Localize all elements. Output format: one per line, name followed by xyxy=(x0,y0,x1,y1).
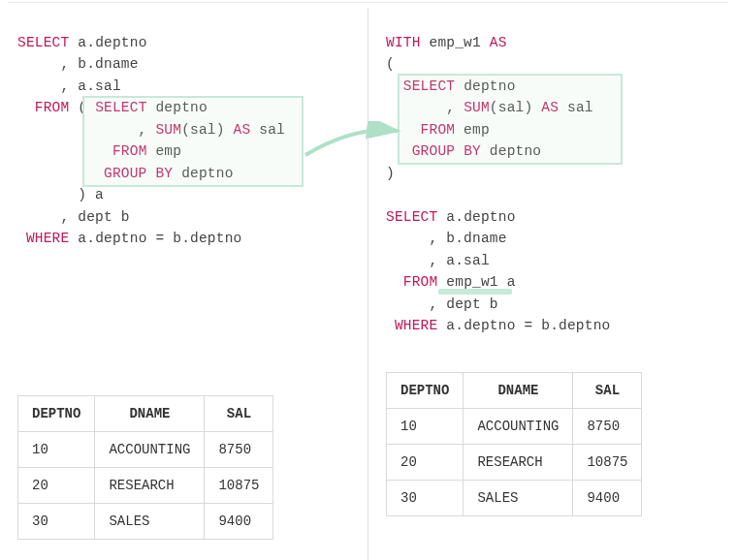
code-text xyxy=(386,318,395,333)
code-text xyxy=(17,100,35,115)
kw-from: FROM xyxy=(112,143,147,159)
kw-where: WHERE xyxy=(26,231,70,246)
code-text: , b.dname xyxy=(386,231,507,246)
kw-as: AS xyxy=(541,100,559,115)
cell: RESEARCH xyxy=(95,467,205,503)
code-text: a.deptno = b.deptno xyxy=(437,318,610,333)
code-text: ) xyxy=(386,166,395,181)
col-sal: SAL xyxy=(205,395,273,431)
code-text: , dept b xyxy=(17,209,130,225)
cell: 10875 xyxy=(205,467,273,503)
kw-select: SELECT xyxy=(386,209,437,225)
kw-from: FROM xyxy=(35,100,70,115)
code-text: emp xyxy=(455,122,490,138)
cell: ACCOUNTING xyxy=(95,431,205,467)
table-row: 30 SALES 9400 xyxy=(387,480,642,515)
code-text xyxy=(386,143,412,159)
cell: 8750 xyxy=(205,431,273,467)
table-row: 30 SALES 9400 xyxy=(18,503,273,539)
cell: 9400 xyxy=(205,503,273,539)
code-text xyxy=(386,122,421,138)
code-text: emp_w1 xyxy=(421,35,490,50)
kw-select: SELECT xyxy=(403,78,455,94)
col-deptno: DEPTNO xyxy=(18,395,95,431)
code-text: emp xyxy=(147,143,182,159)
code-text xyxy=(17,231,26,246)
table-row: 20 RESEARCH 10875 xyxy=(18,467,273,503)
cell: 10 xyxy=(387,408,464,444)
left-sql-code: SELECT a.deptno , b.dname , a.sal FROM (… xyxy=(17,32,350,250)
cell: 20 xyxy=(387,444,464,480)
cell: SALES xyxy=(464,480,573,515)
kw-with: WITH xyxy=(386,35,421,50)
cell: 10 xyxy=(18,431,95,467)
kw-select: SELECT xyxy=(17,35,69,50)
fn-sum: SUM xyxy=(155,122,181,138)
table-row: 20 RESEARCH 10875 xyxy=(387,444,642,480)
table-header-row: DEPTNO DNAME SAL xyxy=(18,395,273,431)
cell: 9400 xyxy=(573,480,642,515)
fn-sum: SUM xyxy=(464,100,490,115)
col-sal: SAL xyxy=(573,372,642,408)
kw-as: AS xyxy=(490,35,507,50)
kw-from: FROM xyxy=(403,274,438,290)
kw-as: AS xyxy=(234,122,251,138)
code-text: , b.dname xyxy=(17,56,139,72)
code-text: , a.sal xyxy=(386,253,490,268)
code-text: a.deptno xyxy=(69,35,146,50)
code-text xyxy=(386,78,403,94)
table-row: 10 ACCOUNTING 8750 xyxy=(387,408,642,444)
code-text: deptno xyxy=(481,143,541,159)
right-sql-code: WITH emp_w1 AS ( SELECT deptno , SUM(sal… xyxy=(386,32,719,337)
col-dname: DNAME xyxy=(464,372,573,408)
cell: RESEARCH xyxy=(464,444,573,480)
code-text: (sal) xyxy=(490,100,541,115)
kw-from: FROM xyxy=(421,122,456,138)
code-text: , a.sal xyxy=(17,78,121,94)
code-text: ( xyxy=(69,100,95,115)
table-row: 10 ACCOUNTING 8750 xyxy=(18,431,273,467)
code-text: deptno xyxy=(147,100,208,115)
left-result-table: DEPTNO DNAME SAL 10 ACCOUNTING 8750 20 R… xyxy=(17,395,273,540)
code-text: ( xyxy=(386,56,395,72)
code-text: deptno xyxy=(173,166,233,181)
code-text: , dept b xyxy=(386,296,498,312)
code-text xyxy=(17,143,112,159)
code-text: sal xyxy=(559,100,593,115)
cell: 30 xyxy=(387,480,464,515)
comparison-container: SELECT a.deptno , b.dname , a.sal FROM (… xyxy=(0,0,736,560)
cell: 10875 xyxy=(573,444,642,480)
kw-groupby: GROUP BY xyxy=(412,143,481,159)
code-text: sal xyxy=(250,122,285,138)
cell: 30 xyxy=(18,503,95,539)
code-text: deptno xyxy=(455,78,515,94)
right-column: WITH emp_w1 AS ( SELECT deptno , SUM(sal… xyxy=(368,8,736,560)
code-text: ) a xyxy=(17,187,104,202)
cell: SALES xyxy=(95,503,205,539)
table-header-row: DEPTNO DNAME SAL xyxy=(387,372,642,408)
kw-where: WHERE xyxy=(395,318,438,333)
code-text: a.deptno = b.deptno xyxy=(69,231,241,246)
code-text: (sal) xyxy=(181,122,233,138)
code-text: emp_w1 a xyxy=(437,274,515,290)
cell: 20 xyxy=(18,467,95,503)
right-result-table: DEPTNO DNAME SAL 10 ACCOUNTING 8750 20 R… xyxy=(386,372,642,516)
code-text xyxy=(17,166,104,181)
code-text: a.deptno xyxy=(437,209,515,225)
col-dname: DNAME xyxy=(95,395,205,431)
col-deptno: DEPTNO xyxy=(387,372,464,408)
kw-groupby: GROUP BY xyxy=(104,166,173,181)
cell: ACCOUNTING xyxy=(464,408,573,444)
left-column: SELECT a.deptno , b.dname , a.sal FROM (… xyxy=(0,8,368,560)
code-text xyxy=(386,274,403,290)
code-text: , xyxy=(386,100,464,115)
kw-select: SELECT xyxy=(95,100,146,115)
code-text: , xyxy=(17,122,155,138)
cell: 8750 xyxy=(573,408,642,444)
